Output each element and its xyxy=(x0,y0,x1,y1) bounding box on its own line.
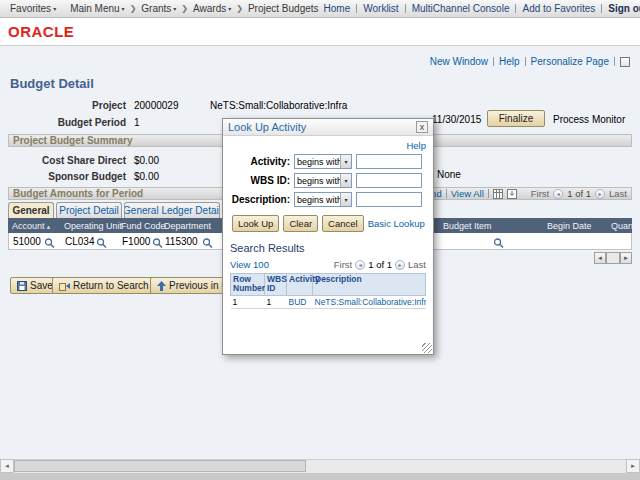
tab-project-detail[interactable]: Project Detail xyxy=(56,202,122,218)
none-value: None xyxy=(437,169,461,180)
activity-operator-value: begins with xyxy=(295,157,340,167)
link-multichannel-console[interactable]: MultiChannel Console xyxy=(412,3,510,14)
col-wbs-id[interactable]: WBS ID xyxy=(265,274,287,296)
menu-grants-label: Grants xyxy=(141,3,171,14)
look-up-button[interactable]: Look Up xyxy=(232,215,279,232)
activity-label: Activity: xyxy=(230,156,290,167)
description-operator-select[interactable]: begins with ▾ xyxy=(294,192,352,207)
save-button-label: Save xyxy=(30,280,53,291)
tab-general[interactable]: General xyxy=(8,202,54,218)
col-description[interactable]: Description xyxy=(313,274,426,296)
view-100-link[interactable]: View 100 xyxy=(230,259,269,270)
grid-header-quantity[interactable]: Quantit xyxy=(611,221,632,231)
lookup-icon[interactable] xyxy=(152,235,163,250)
grid-header-operating-unit[interactable]: Operating Unit xyxy=(64,221,122,231)
result-activity-link[interactable]: BUD xyxy=(289,297,307,307)
modal-title-bar: Look Up Activity x xyxy=(223,119,433,136)
chevron-down-icon: ▾ xyxy=(340,193,351,206)
lookup-icon[interactable] xyxy=(202,235,213,250)
modal-body: Help Activity: begins with ▾ WBS ID: beg… xyxy=(223,136,433,355)
result-description-link[interactable]: NeTS:Small:Collaborative:Infra xyxy=(315,297,426,307)
grid-header-budget-item[interactable]: Budget Item xyxy=(443,221,492,231)
link-new-window[interactable]: New Window xyxy=(430,56,488,67)
pager-prev-icon[interactable]: ◂ xyxy=(553,189,563,199)
divider xyxy=(405,4,406,13)
wbs-id-operator-select[interactable]: begins with ▾ xyxy=(294,173,352,188)
resize-handle[interactable] xyxy=(422,343,432,353)
close-icon[interactable]: x xyxy=(416,121,428,133)
divider xyxy=(493,57,494,66)
tab-general-ledger-detail[interactable]: General Ledger Detail xyxy=(124,202,220,218)
budget-period-value: 1 xyxy=(134,117,140,128)
description-input[interactable] xyxy=(356,192,422,207)
activity-input[interactable] xyxy=(356,154,422,169)
menu-main-menu-label: Main Menu xyxy=(70,3,119,14)
project-label: Project xyxy=(4,100,126,111)
return-to-search-button[interactable]: Return to Search xyxy=(52,277,156,294)
grid-header-account[interactable]: Account▲ xyxy=(12,221,51,231)
hscroll-right-icon[interactable]: ► xyxy=(626,459,640,473)
cost-share-value: $0.00 xyxy=(134,155,159,166)
pager-page: 1 of 1 xyxy=(567,188,591,199)
activity-operator-select[interactable]: begins with ▾ xyxy=(294,154,352,169)
finalize-button[interactable]: Finalize xyxy=(487,110,545,127)
lookup-icon[interactable] xyxy=(44,235,55,250)
copy-url-icon[interactable] xyxy=(620,57,630,67)
view-all-link[interactable]: View All xyxy=(451,188,484,199)
chevron-down-icon: ▾ xyxy=(228,5,231,12)
chevron-down-icon: ▾ xyxy=(173,5,176,12)
divider xyxy=(488,189,489,198)
modal-pager-next-icon[interactable]: ▸ xyxy=(395,260,405,270)
grid-hscroll-left-icon[interactable]: ◄ xyxy=(594,252,606,264)
lookup-icon[interactable] xyxy=(96,235,107,250)
pager-first: First xyxy=(531,188,549,199)
process-monitor-link[interactable]: Process Monitor xyxy=(553,114,625,125)
modal-pager-prev-icon[interactable]: ◂ xyxy=(355,260,365,270)
grid-header-department[interactable]: Department xyxy=(164,221,211,231)
wbs-id-label: WBS ID: xyxy=(230,175,290,186)
grid-pager: ◄ Find View All First ◂ 1 of 1 ▸ Last xyxy=(407,188,627,199)
lookup-icon[interactable] xyxy=(493,235,504,250)
sponsor-budget-value: $0.00 xyxy=(134,171,159,182)
amounts-section-title: Budget Amounts for Period xyxy=(13,188,143,199)
hscroll-left-icon[interactable]: ◄ xyxy=(0,459,14,473)
download-grid-icon[interactable] xyxy=(507,189,517,199)
grid-hscroll-right-icon[interactable]: ► xyxy=(620,252,632,264)
wbs-id-input[interactable] xyxy=(356,173,422,188)
col-row-number[interactable]: Row Number xyxy=(231,274,265,296)
link-add-to-favorites[interactable]: Add to Favorites xyxy=(522,3,595,14)
summary-section-title: Project Budget Summary xyxy=(13,135,132,146)
divider xyxy=(446,189,447,198)
budget-period-label: Budget Period xyxy=(4,117,126,128)
col-activity[interactable]: Activity xyxy=(287,274,313,296)
link-help[interactable]: Help xyxy=(499,56,520,67)
basic-lookup-link[interactable]: Basic Lookup xyxy=(368,218,425,229)
grid-cell-department: 115300 xyxy=(165,236,198,247)
pager-next-icon[interactable]: ▸ xyxy=(595,189,605,199)
menu-grants[interactable]: Grants ▾ xyxy=(141,3,176,14)
save-icon xyxy=(17,281,27,291)
pager-last: Last xyxy=(609,188,627,199)
modal-help-link[interactable]: Help xyxy=(406,140,426,151)
breadcrumb-separator-icon: ❯ xyxy=(181,4,188,13)
modal-pager-last: Last xyxy=(408,259,426,270)
link-sign-out[interactable]: Sign out xyxy=(608,3,640,14)
cancel-button[interactable]: Cancel xyxy=(322,215,364,232)
menu-favorites[interactable]: Favorites ▾ xyxy=(10,3,56,14)
link-home[interactable]: Home xyxy=(324,3,351,14)
divider xyxy=(356,4,357,13)
description-label: Description: xyxy=(230,194,290,205)
link-worklist[interactable]: Worklist xyxy=(363,3,398,14)
zoom-grid-icon[interactable] xyxy=(493,189,503,199)
grid-cell-operating-unit: CL034 xyxy=(65,236,94,247)
hscroll-thumb[interactable] xyxy=(14,460,306,472)
grid-header-fund-code[interactable]: Fund Code xyxy=(121,221,166,231)
grid-header-begin-date[interactable]: Begin Date xyxy=(547,221,592,231)
clear-button[interactable]: Clear xyxy=(283,215,318,232)
grid-cell-fund-code: F1000 xyxy=(122,236,150,247)
grid-hscroll: ◄ ► xyxy=(594,252,632,264)
link-personalize-page[interactable]: Personalize Page xyxy=(531,56,609,67)
menu-awards[interactable]: Awards ▾ xyxy=(193,3,231,14)
menu-main-menu[interactable]: Main Menu ▾ xyxy=(70,3,124,14)
grid-hscroll-thumb[interactable] xyxy=(606,252,620,264)
